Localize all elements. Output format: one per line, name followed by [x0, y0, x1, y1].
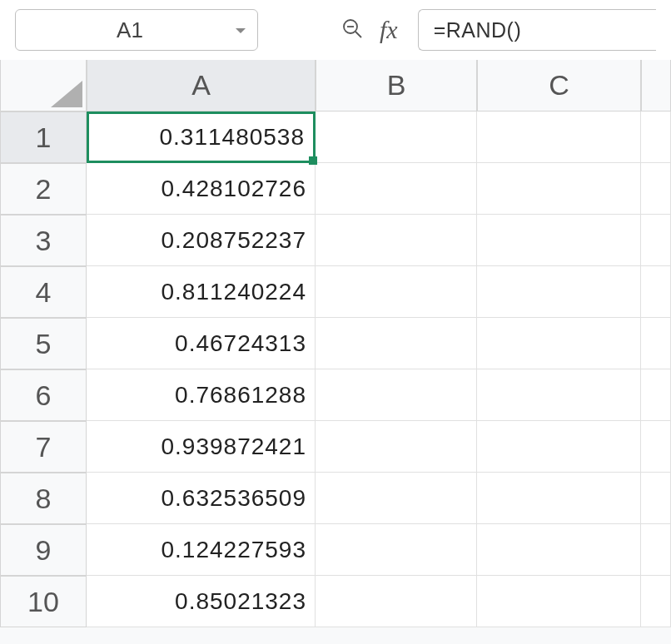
cell-4[interactable]	[641, 266, 671, 318]
row-header-8[interactable]: 8	[0, 473, 87, 524]
cell-1[interactable]	[641, 111, 671, 163]
cell-A1[interactable]: 0.311480538	[87, 111, 316, 163]
row-header-4[interactable]: 4	[0, 266, 87, 318]
cell-C7[interactable]	[477, 421, 641, 473]
cell-C3[interactable]	[477, 215, 641, 266]
cell-9[interactable]	[641, 524, 671, 576]
cell-C5[interactable]	[477, 318, 641, 369]
row-header-3[interactable]: 3	[0, 215, 87, 266]
chevron-down-icon[interactable]	[234, 17, 247, 43]
zoom-out-icon[interactable]	[341, 17, 363, 42]
col-header-A[interactable]: A	[87, 60, 316, 111]
cell-A9[interactable]: 0.124227593	[87, 524, 316, 576]
cell-A2[interactable]: 0.428102726	[87, 163, 316, 215]
cell-A8[interactable]: 0.632536509	[87, 473, 316, 524]
cell-B4[interactable]	[316, 266, 477, 318]
row-header-1[interactable]: 1	[0, 111, 87, 163]
cell-C1[interactable]	[477, 111, 641, 163]
cell-C8[interactable]	[477, 473, 641, 524]
corner-triangle-icon	[51, 81, 82, 107]
formula-bar: A1 fx =RAND()	[0, 0, 671, 60]
formula-input[interactable]: =RAND()	[418, 9, 656, 51]
cell-5[interactable]	[641, 318, 671, 369]
name-box[interactable]: A1	[15, 9, 258, 51]
col-header-B[interactable]: B	[316, 60, 477, 111]
cell-3[interactable]	[641, 215, 671, 266]
select-all-corner[interactable]	[0, 60, 87, 111]
cell-B3[interactable]	[316, 215, 477, 266]
fx-label[interactable]: fx	[380, 16, 398, 44]
cell-B9[interactable]	[316, 524, 477, 576]
row-header-2[interactable]: 2	[0, 163, 87, 215]
row-header-9[interactable]: 9	[0, 524, 87, 576]
spreadsheet-grid: A B C 10.31148053820.42810272630.2087522…	[0, 60, 671, 627]
cell-C2[interactable]	[477, 163, 641, 215]
cell-B2[interactable]	[316, 163, 477, 215]
cell-C10[interactable]	[477, 576, 641, 627]
cell-2[interactable]	[641, 163, 671, 215]
cell-C9[interactable]	[477, 524, 641, 576]
cell-A10[interactable]: 0.85021323	[87, 576, 316, 627]
cell-B10[interactable]	[316, 576, 477, 627]
cell-B6[interactable]	[316, 369, 477, 421]
cell-7[interactable]	[641, 421, 671, 473]
cell-B5[interactable]	[316, 318, 477, 369]
row-header-6[interactable]: 6	[0, 369, 87, 421]
col-header-C[interactable]: C	[477, 60, 641, 111]
cell-A4[interactable]: 0.811240224	[87, 266, 316, 318]
cell-A7[interactable]: 0.939872421	[87, 421, 316, 473]
cell-A5[interactable]: 0.46724313	[87, 318, 316, 369]
cell-B7[interactable]	[316, 421, 477, 473]
cell-8[interactable]	[641, 473, 671, 524]
name-box-value: A1	[26, 17, 234, 43]
cell-B8[interactable]	[316, 473, 477, 524]
row-header-10[interactable]: 10	[0, 576, 87, 627]
cell-6[interactable]	[641, 369, 671, 421]
cell-A3[interactable]: 0.208752237	[87, 215, 316, 266]
cell-A6[interactable]: 0.76861288	[87, 369, 316, 421]
cell-10[interactable]	[641, 576, 671, 627]
formula-value: =RAND()	[434, 18, 522, 42]
row-header-7[interactable]: 7	[0, 421, 87, 473]
svg-line-1	[355, 32, 361, 37]
cell-C4[interactable]	[477, 266, 641, 318]
cell-C6[interactable]	[477, 369, 641, 421]
cell-B1[interactable]	[316, 111, 477, 163]
col-header-D[interactable]	[641, 60, 671, 111]
row-header-5[interactable]: 5	[0, 318, 87, 369]
